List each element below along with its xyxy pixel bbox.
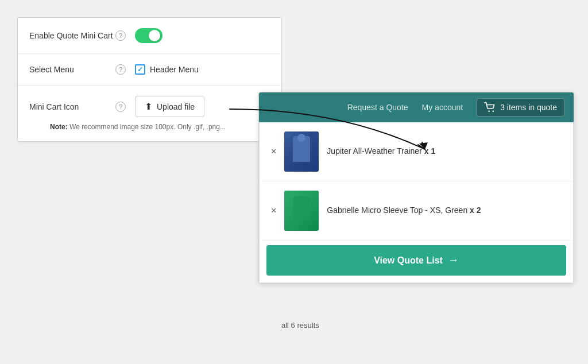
mini-cart-icon-row: Mini Cart Icon ? ⬆ Upload file Note: We … [18,86,281,141]
mini-cart-top-row: Mini Cart Icon ? ⬆ Upload file [29,96,269,117]
svg-point-1 [488,110,490,112]
quote-badge-label: 3 items in quote [500,103,557,112]
select-menu-label: Select Menu [29,65,115,74]
header-menu-label: Header Menu [150,65,199,74]
arrow-right-icon: → [448,254,459,266]
mini-cart-icon-help-icon[interactable]: ? [115,102,126,112]
enable-toggle-switch[interactable] [135,28,163,43]
note-detail: We recommend image size 100px. Only .gif… [69,123,226,131]
remove-item-2-button[interactable]: × [271,206,276,216]
view-quote-label: View Quote List [374,255,443,266]
item-2-qty: x 2 [470,206,481,215]
cart-item: × Jupiter All-Weather Trainer x 1 [260,122,573,181]
results-text: all 6 results [281,321,319,330]
item-2-image [284,191,319,231]
note-label: Note: [50,123,68,131]
shirt-product-image [284,191,319,231]
item-1-info: Jupiter All-Weather Trainer x 1 [327,146,562,157]
item-1-name: Jupiter All-Weather Trainer x 1 [327,146,435,156]
remove-item-1-button[interactable]: × [271,146,276,157]
settings-panel: Enable Quote Mini Cart ? Select Menu ? H… [17,17,281,142]
request-quote-link[interactable]: Request a Quote [347,103,408,112]
upload-note: Note: We recommend image size 100px. Onl… [50,123,226,131]
mini-cart-dropdown: × Jupiter All-Weather Trainer x 1 × Gabr… [259,122,574,283]
upload-file-button[interactable]: ⬆ Upload file [135,96,204,117]
storefront-panel: Request a Quote My account 3 items in qu… [258,92,574,284]
header-menu-checkbox[interactable] [135,64,145,75]
item-1-qty: x 1 [424,146,435,156]
view-quote-button[interactable]: View Quote List → [266,245,566,276]
item-1-image [284,131,319,172]
upload-button-label: Upload file [157,102,195,111]
upload-icon: ⬆ [145,101,152,112]
mini-cart-icon-label: Mini Cart Icon [29,102,115,111]
select-menu-checkbox-area: Header Menu [135,64,199,75]
enable-toggle-help-icon[interactable]: ? [115,30,126,41]
item-2-info: Gabrielle Micro Sleeve Top - XS, Green x… [327,205,562,216]
header-nav: Request a Quote My account 3 items in qu… [347,98,564,117]
select-menu-row: Select Menu ? Header Menu [18,54,281,86]
my-account-link[interactable]: My account [422,103,463,112]
cart-item: × Gabrielle Micro Sleeve Top - XS, Green… [260,181,573,241]
item-2-name: Gabrielle Micro Sleeve Top - XS, Green x… [327,206,481,215]
cart-icon [484,102,496,113]
enable-toggle-row: Enable Quote Mini Cart ? [18,18,281,54]
enable-toggle-label: Enable Quote Mini Cart [29,31,115,40]
select-menu-help-icon[interactable]: ? [115,64,126,75]
jacket-product-image [284,131,319,172]
svg-point-2 [493,110,494,112]
store-header: Request a Quote My account 3 items in qu… [259,92,574,122]
quote-badge[interactable]: 3 items in quote [477,98,564,117]
